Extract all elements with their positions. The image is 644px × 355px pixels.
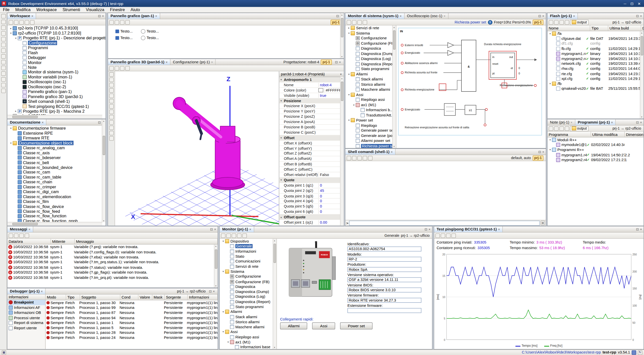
toolbar-icon[interactable] (14, 20, 18, 24)
toolbar-icon[interactable] (109, 66, 114, 70)
strip-tool-icon[interactable] (1, 66, 6, 70)
tree-item[interactable]: Classe rc_film (7, 199, 102, 204)
property-row[interactable]: Quota joint 2 (qj2) 45 (279, 188, 340, 193)
tree-item[interactable]: ▾ Dispositivo (220, 239, 273, 244)
tree-item[interactable]: Classe rc_bdeserver (7, 155, 102, 160)
vertical-scrollbar[interactable] (214, 245, 218, 288)
tree-item[interactable]: Generale power set (345, 128, 393, 133)
column-header[interactable]: Soggetto (80, 294, 120, 300)
panel-float-button[interactable]: ⊡ (425, 227, 427, 231)
vertical-scrollbar[interactable] (640, 31, 644, 119)
tree-item[interactable]: Classe rc_bounded_device (7, 165, 102, 170)
file-row[interactable]: cfgsave.dat ✓ file DAT 19/04/2021 14:23:… (548, 36, 644, 41)
shell-mode-label[interactable]: default, auto (511, 156, 531, 160)
tree-item[interactable]: ▾ Documentazione firmware (7, 126, 102, 131)
tree-item[interactable]: Monitor di sistema (sysm-1) (7, 70, 106, 75)
property-row[interactable]: Offset C (offsetC) (279, 167, 340, 172)
tree-item[interactable]: Configurazione (345, 36, 393, 41)
maximize-button[interactable]: ⊡ (630, 2, 633, 6)
field-value-input[interactable] (347, 267, 421, 272)
toolbar-icon[interactable] (30, 20, 35, 24)
tab[interactable]: Pannello grafico 3D (pan3d-1) × (108, 59, 170, 65)
panel-float-button[interactable]: ⊡ (335, 60, 338, 64)
message-row[interactable]: 10/03/2022 10:36:58 sysm-1 Variabile (?.… (7, 265, 218, 270)
expander-icon[interactable]: ▾ (548, 138, 552, 141)
expander-icon[interactable]: ▾ (9, 127, 13, 130)
tree-item[interactable]: Maschere allarmi (345, 87, 393, 92)
property-row[interactable]: Quota joint 1 (qj1) 0 (279, 183, 340, 188)
tree-item[interactable]: Comunicazioni (220, 259, 273, 264)
menu-item[interactable]: Strumenti (60, 7, 83, 12)
close-icon[interactable]: × (400, 14, 402, 18)
message-row[interactable]: 10/03/2022 10:36:58 sysm-1 Variabile (?.… (7, 270, 218, 275)
tree-item[interactable]: Configurazione (7, 41, 106, 45)
expander-icon[interactable]: ▾ (280, 78, 284, 81)
quick-link-button[interactable]: Assi (312, 322, 335, 330)
tree-item[interactable]: Maschere allarmi (220, 324, 273, 330)
tree-item[interactable]: Servizi di rete (220, 264, 273, 269)
column-header[interactable]: Dimensione (641, 25, 644, 31)
close-icon[interactable]: × (571, 121, 573, 124)
view-tool-icon[interactable] (109, 83, 114, 87)
shell-command-input[interactable] (349, 220, 540, 225)
column-header[interactable]: Sorgente (165, 294, 188, 300)
output-folder-chip[interactable]: output (570, 126, 588, 131)
property-row[interactable]: Quota joint 6 (qj6) 0 (279, 209, 340, 215)
view-tool-icon[interactable] (109, 104, 114, 109)
chevron-down-icon[interactable]: ▼ (340, 73, 342, 75)
tree-item[interactable]: ▾ Progetto RTE (prj-1) - Descrizione del… (7, 36, 106, 40)
toolbar-icon[interactable] (19, 233, 24, 238)
tree-item[interactable]: ▾ Sistema (220, 269, 273, 274)
view-tool-icon[interactable] (109, 72, 114, 77)
panel-text-item[interactable]: Testo... (141, 36, 166, 40)
tree-item[interactable]: Diagnostica (Log) (220, 294, 273, 299)
horizontal-scrollbar[interactable] (7, 222, 102, 226)
view-tool-icon[interactable] (109, 94, 114, 98)
property-row[interactable]: ▾ Posizione (279, 98, 340, 104)
tree-item[interactable]: Pannello grafico 3D (pan3d-1) (7, 94, 106, 99)
tree-item[interactable]: Diagnostica (Report) (345, 61, 393, 66)
view-tool-icon[interactable] (109, 88, 114, 93)
file-row[interactable]: fb.cfg ✓ config 11/02/2021 14:29:16 (548, 46, 644, 51)
tree-item[interactable]: Informazioni base (220, 345, 273, 349)
toolbar-icon[interactable] (451, 233, 456, 238)
tab-pptest[interactable]: Test ping/pong BCC/31 (pptest-1) × (434, 226, 503, 232)
strip-tool-icon[interactable] (1, 31, 6, 36)
close-button[interactable]: ✕ (638, 2, 641, 6)
view-tool-icon[interactable] (109, 136, 114, 141)
tree-item[interactable]: ▾ rp2-ufficio [TCP/IP 10.0.17.2:8100] (7, 31, 106, 36)
property-row[interactable]: Quota joint 3 (qj3) 0 (279, 193, 340, 199)
status-save-icon[interactable] (632, 350, 636, 355)
program-row[interactable]: mymodule1@1.0.0..... ✓ 02/02/2022 14:40:… (548, 142, 644, 147)
sidebar-item[interactable]: Breakpoint (7, 300, 45, 305)
sidebar-item[interactable]: Informazioni AF (7, 305, 45, 310)
strip-tool-icon[interactable] (1, 14, 6, 18)
property-row[interactable]: Nome robot-4 (279, 82, 340, 88)
close-icon[interactable]: × (444, 14, 446, 18)
panel-close-button[interactable]: × (640, 227, 642, 231)
view-tool-icon[interactable] (109, 109, 114, 114)
tree-item[interactable]: Debugger (7, 55, 106, 60)
strip-tool-icon[interactable] (1, 48, 6, 53)
close-icon[interactable]: × (42, 121, 44, 124)
expander-icon[interactable]: ▾ (548, 148, 552, 152)
expander-icon[interactable]: ▾ (280, 216, 284, 218)
field-value-input[interactable] (347, 308, 421, 313)
toolbar-icon[interactable] (549, 126, 553, 131)
toolbar-icon[interactable] (441, 233, 445, 238)
program-row[interactable]: ▾ Moduli R++ (548, 137, 644, 142)
tree-item[interactable]: Riepilogo assi (345, 97, 393, 102)
panel-close-button[interactable]: × (542, 14, 544, 18)
field-value-input[interactable] (347, 247, 421, 252)
tab-debugger[interactable]: Debugger (prj-1) × (7, 288, 45, 294)
field-value-input[interactable] (347, 277, 421, 282)
toolbar-icon[interactable] (120, 66, 124, 70)
message-row[interactable]: 10/03/2022 10:36:58 sysm-1 Variabile (?.… (7, 255, 218, 260)
close-icon[interactable]: × (498, 227, 500, 231)
property-row[interactable]: Offset Y (offsetY) (279, 146, 340, 151)
toolbar-icon[interactable] (352, 20, 356, 24)
column-header[interactable]: Mittente (51, 239, 75, 244)
tab[interactable]: Oscilloscopio (osc-1) × (404, 13, 448, 19)
strip-tool-icon[interactable] (1, 60, 6, 65)
tree-item[interactable]: Riepilogo assi (220, 335, 273, 340)
